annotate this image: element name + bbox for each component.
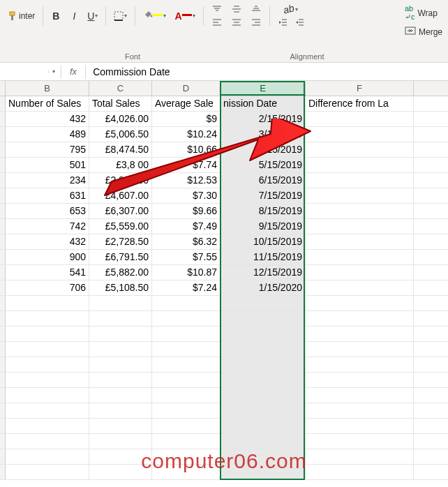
cell[interactable]: 501 xyxy=(6,158,89,172)
cell[interactable] xyxy=(221,449,306,464)
cell[interactable] xyxy=(306,419,414,433)
cell[interactable] xyxy=(6,373,89,387)
fill-color-button[interactable]: ▾ xyxy=(140,8,170,24)
bold-button[interactable]: B xyxy=(47,8,64,24)
cell[interactable]: 489 xyxy=(6,127,89,142)
cell[interactable] xyxy=(221,419,306,433)
cell[interactable]: £6,307.00 xyxy=(89,204,152,218)
decrease-indent-button[interactable] xyxy=(274,16,291,29)
align-bottom-button[interactable] xyxy=(247,3,265,15)
align-middle-button[interactable] xyxy=(227,3,246,15)
cell[interactable]: £2,728.50 xyxy=(89,234,152,249)
chevron-down-icon[interactable]: ▾ xyxy=(50,68,58,75)
cell[interactable] xyxy=(306,327,414,341)
cell[interactable]: 900 xyxy=(6,250,89,264)
cell[interactable]: nission Date xyxy=(221,96,306,111)
cell[interactable] xyxy=(306,388,414,403)
cell[interactable] xyxy=(306,265,414,280)
cell[interactable] xyxy=(221,434,306,449)
cell[interactable]: 432 xyxy=(6,234,89,249)
cell[interactable]: £2,932.50 xyxy=(89,173,152,188)
cell[interactable] xyxy=(89,419,152,433)
cell[interactable] xyxy=(306,403,414,418)
cell[interactable] xyxy=(152,373,221,387)
cell[interactable]: 12/15/2019 xyxy=(221,265,306,280)
cell[interactable]: 706 xyxy=(6,280,89,295)
italic-button[interactable]: I xyxy=(66,8,82,24)
column-header-F[interactable]: F xyxy=(306,81,414,96)
cell[interactable] xyxy=(306,342,414,357)
wrap-text-button[interactable]: ab⤶c Wrap xyxy=(402,3,445,23)
cell[interactable]: 795 xyxy=(6,142,89,157)
cell[interactable] xyxy=(306,142,414,157)
name-box[interactable] xyxy=(0,70,49,73)
cell[interactable] xyxy=(306,373,414,387)
row-header[interactable] xyxy=(0,327,6,341)
cell[interactable] xyxy=(221,342,306,357)
cell[interactable]: 5/15/2019 xyxy=(221,158,306,172)
align-right-button[interactable] xyxy=(247,16,265,29)
cell[interactable]: 2/15/2019 xyxy=(221,112,306,126)
column-header-E[interactable]: E xyxy=(221,81,306,96)
cell[interactable] xyxy=(221,296,306,310)
cell[interactable] xyxy=(89,465,152,479)
row-header[interactable] xyxy=(0,296,6,310)
row-header[interactable] xyxy=(0,449,6,464)
cell[interactable] xyxy=(89,388,152,403)
cell[interactable]: $7.24 xyxy=(152,280,221,295)
row-header[interactable] xyxy=(0,434,6,449)
column-header-B[interactable]: B xyxy=(6,81,89,96)
cell[interactable] xyxy=(152,357,221,372)
cell[interactable]: £4,026.00 xyxy=(89,112,152,126)
cell[interactable] xyxy=(89,434,152,449)
cell[interactable]: 3/15/2019 xyxy=(221,127,306,142)
cell[interactable]: £8,474.50 xyxy=(89,142,152,157)
cell[interactable] xyxy=(221,465,306,479)
row-header[interactable] xyxy=(0,96,6,111)
cell[interactable] xyxy=(306,219,414,234)
cell[interactable]: 432 xyxy=(6,112,89,126)
merge-center-button[interactable]: Merge xyxy=(402,25,445,38)
cell[interactable] xyxy=(221,311,306,326)
cell[interactable] xyxy=(6,403,89,418)
formula-input[interactable] xyxy=(89,65,448,79)
row-header[interactable] xyxy=(0,419,6,433)
row-header[interactable] xyxy=(0,234,6,249)
cell[interactable]: $10.24 xyxy=(152,127,221,142)
cell[interactable]: £3,8 00 xyxy=(89,158,152,172)
cell[interactable]: £5,559.00 xyxy=(89,219,152,234)
cell[interactable] xyxy=(306,434,414,449)
increase-indent-button[interactable] xyxy=(291,16,308,29)
cell[interactable] xyxy=(6,388,89,403)
underline-button[interactable]: U▾ xyxy=(84,8,101,24)
cell[interactable] xyxy=(6,327,89,341)
cell[interactable]: £5,006.50 xyxy=(89,127,152,142)
cell[interactable] xyxy=(89,327,152,341)
cell[interactable] xyxy=(89,296,152,310)
align-top-button[interactable] xyxy=(208,3,226,15)
cell[interactable]: $7.49 xyxy=(152,219,221,234)
cell[interactable]: Difference from La xyxy=(306,96,414,111)
cell[interactable] xyxy=(89,357,152,372)
cell[interactable] xyxy=(152,434,221,449)
format-painter-button[interactable]: inter xyxy=(4,8,38,24)
column-header-D[interactable]: D xyxy=(152,81,221,96)
cell[interactable] xyxy=(306,250,414,264)
cell[interactable] xyxy=(306,296,414,310)
cell[interactable] xyxy=(152,388,221,403)
cell[interactable]: 9/15/2019 xyxy=(221,219,306,234)
row-header[interactable] xyxy=(0,142,6,157)
cell[interactable]: $10.66 xyxy=(152,142,221,157)
cell[interactable]: £5,882.00 xyxy=(89,265,152,280)
cell[interactable] xyxy=(306,127,414,142)
cell[interactable] xyxy=(306,234,414,249)
row-header[interactable] xyxy=(0,112,6,126)
cell[interactable] xyxy=(221,373,306,387)
cell[interactable] xyxy=(89,373,152,387)
cell[interactable] xyxy=(221,327,306,341)
cell[interactable]: $12.53 xyxy=(152,173,221,188)
cell[interactable] xyxy=(306,449,414,464)
cell[interactable]: Number of Sales xyxy=(6,96,89,111)
align-center-button[interactable] xyxy=(227,16,246,29)
cell[interactable] xyxy=(89,403,152,418)
